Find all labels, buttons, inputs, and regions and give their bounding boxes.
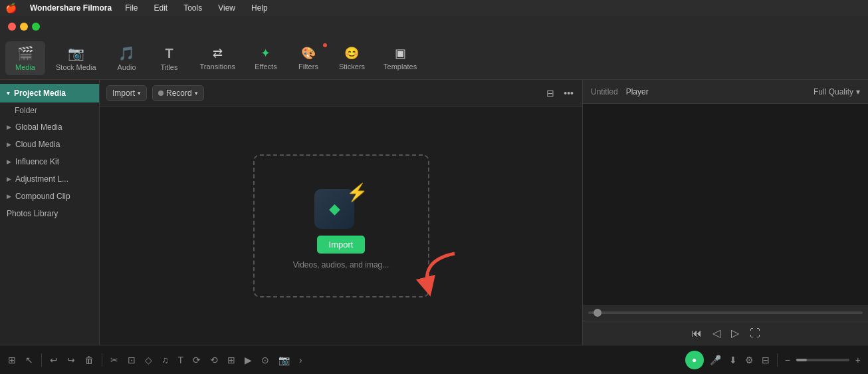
templates-icon: ▣ — [395, 46, 406, 61]
tl-split-button[interactable]: ⊟ — [760, 353, 772, 367]
timeline-crop-button[interactable]: ⊡ — [125, 352, 138, 368]
main-content: ▾ Project Media Folder ▶ Global Media ▶ … — [0, 80, 868, 345]
timeline-grid-button[interactable]: ⊞ — [5, 352, 19, 368]
tl-zoom-out-button[interactable]: − — [783, 353, 792, 367]
maximize-button[interactable] — [32, 23, 40, 31]
transitions-icon: ⇄ — [213, 46, 223, 61]
menu-bar: 🍎 Wondershare Filmora File Edit Tools Vi… — [0, 0, 868, 16]
timeline-separator-2 — [102, 353, 102, 367]
toolbar-transitions[interactable]: ⇄ Transitions — [192, 42, 243, 75]
toolbar-media[interactable]: 🎬 Media — [5, 41, 45, 75]
project-media-label: Project Media — [14, 89, 66, 98]
tl-settings-button[interactable]: ⚙ — [743, 353, 756, 367]
quality-label: Full Quality — [814, 87, 853, 96]
menu-file[interactable]: File — [122, 2, 140, 14]
timeline-pointer-button[interactable]: ↖ — [23, 352, 36, 368]
toolbar-stock-label: Stock Media — [56, 63, 96, 71]
record-dropdown[interactable]: Record ▾ — [152, 85, 204, 101]
toolbar-stock-media[interactable]: 📷 Stock Media — [48, 41, 104, 75]
timeline-delete-button[interactable]: 🗑 — [82, 352, 96, 368]
toolbar-effects-label: Effects — [255, 63, 276, 71]
minimize-button[interactable] — [20, 23, 28, 31]
fullscreen-button[interactable]: ⛶ — [750, 327, 760, 339]
title-bar — [0, 16, 868, 37]
timeline-undo-button[interactable]: ↩ — [47, 352, 60, 368]
scrubber-track[interactable] — [588, 311, 863, 314]
close-button[interactable] — [8, 23, 16, 31]
toolbar: 🎬 Media 📷 Stock Media 🎵 Audio T Titles ⇄… — [0, 37, 868, 80]
menu-view[interactable]: View — [215, 2, 238, 14]
rewind-button[interactable]: ⏮ — [691, 327, 702, 339]
sidebar-item-compound-clip[interactable]: ▶ Compound Clip — [0, 188, 99, 205]
menu-edit[interactable]: Edit — [151, 2, 170, 14]
filters-icon: 🎨 — [301, 46, 316, 61]
timeline-cut-button[interactable]: ✂ — [108, 352, 121, 368]
zoom-slider[interactable] — [796, 359, 849, 361]
sidebar-item-influence-kit[interactable]: ▶ Influence Kit — [0, 153, 99, 170]
toolbar-stickers[interactable]: 😊 Stickers — [331, 42, 373, 75]
cloud-media-label: Cloud Media — [15, 140, 60, 149]
quality-selector[interactable]: Full Quality ▾ — [814, 87, 860, 96]
project-media-arrow: ▾ — [7, 90, 10, 96]
effects-icon: ✦ — [261, 46, 271, 61]
timeline-text-button[interactable]: T — [175, 352, 187, 368]
media-icon: 🎬 — [17, 45, 34, 61]
menu-tools[interactable]: Tools — [181, 2, 205, 14]
tl-zoom-in-button[interactable]: + — [853, 353, 863, 367]
folder-label: Folder — [15, 106, 37, 115]
toolbar-effects[interactable]: ✦ Effects — [246, 42, 286, 75]
timeline-snap-button[interactable]: ⊞ — [225, 352, 238, 368]
timeline-audio-button[interactable]: ♫ — [159, 352, 171, 368]
import-dropdown[interactable]: Import ▾ — [106, 85, 147, 101]
filter-sort-button[interactable]: ⊟ — [544, 86, 556, 100]
tl-mic-button[interactable]: 🎤 — [708, 353, 723, 367]
sidebar-item-project-media[interactable]: ▾ Project Media — [0, 84, 99, 102]
timeline-redo-button[interactable]: ↪ — [64, 352, 78, 368]
timeline-play2-button[interactable]: ▶ — [242, 352, 255, 368]
toolbar-filters-label: Filters — [298, 63, 318, 71]
sidebar-item-photos-library[interactable]: Photos Library — [0, 205, 99, 222]
titles-icon: T — [165, 46, 173, 61]
filmora-arrow-icon: ◆ — [329, 200, 340, 218]
media-toolbar-right: ⊟ ••• — [544, 86, 576, 100]
sidebar-item-folder[interactable]: Folder — [0, 102, 99, 118]
apple-icon: 🍎 — [5, 3, 17, 13]
toolbar-titles-label: Titles — [161, 63, 178, 71]
compound-clip-arrow: ▶ — [7, 193, 11, 200]
toolbar-templates[interactable]: ▣ Templates — [376, 42, 425, 75]
stock-media-icon: 📷 — [68, 45, 84, 61]
timeline-more-button[interactable]: › — [296, 352, 305, 368]
timeline-flip-button[interactable]: ⟲ — [207, 352, 221, 368]
drop-zone-container: ◆ ⚡ Import Videos, audios, and imag... — [100, 106, 582, 345]
timeline-rotate-button[interactable]: ⟳ — [190, 352, 203, 368]
toolbar-titles[interactable]: T Titles — [150, 42, 189, 75]
traffic-lights — [8, 23, 40, 31]
preview-canvas — [583, 104, 868, 305]
preview-scrubber[interactable] — [583, 305, 868, 321]
play-back-button[interactable]: ◁ — [712, 327, 720, 339]
drop-zone-text: Videos, audios, and imag... — [293, 260, 389, 270]
sidebar-item-global-media[interactable]: ▶ Global Media — [0, 118, 99, 136]
scrubber-thumb[interactable] — [594, 309, 601, 317]
record-green-button[interactable]: ● — [685, 351, 704, 369]
toolbar-templates-label: Templates — [383, 63, 417, 71]
menu-help[interactable]: Help — [249, 2, 271, 14]
timeline-separator-1 — [41, 353, 42, 367]
timeline-record2-button[interactable]: ⊙ — [259, 352, 272, 368]
play-button[interactable]: ▷ — [731, 327, 739, 339]
timeline-camera-button[interactable]: 📷 — [276, 352, 292, 368]
toolbar-audio[interactable]: 🎵 Audio — [107, 41, 147, 75]
toolbar-audio-label: Audio — [117, 63, 136, 71]
sidebar-item-adjustment[interactable]: ▶ Adjustment L... — [0, 170, 99, 188]
toolbar-filters[interactable]: 🎨 Filters — [288, 42, 328, 75]
more-options-button[interactable]: ••• — [562, 86, 576, 100]
filters-badge — [323, 43, 327, 47]
drop-zone[interactable]: ◆ ⚡ Import Videos, audios, and imag... — [253, 154, 429, 297]
timeline-shape-button[interactable]: ◇ — [142, 352, 155, 368]
drop-zone-import-button[interactable]: Import — [317, 236, 366, 254]
preview-panel: Untitled Player Full Quality ▾ ⏮ ◁ ▷ ⛶ — [582, 80, 868, 345]
sidebar-item-cloud-media[interactable]: ▶ Cloud Media — [0, 136, 99, 153]
tl-download-button[interactable]: ⬇ — [727, 353, 739, 367]
cursor-arrow-overlay — [408, 247, 461, 303]
record-chevron-icon: ▾ — [195, 90, 198, 96]
